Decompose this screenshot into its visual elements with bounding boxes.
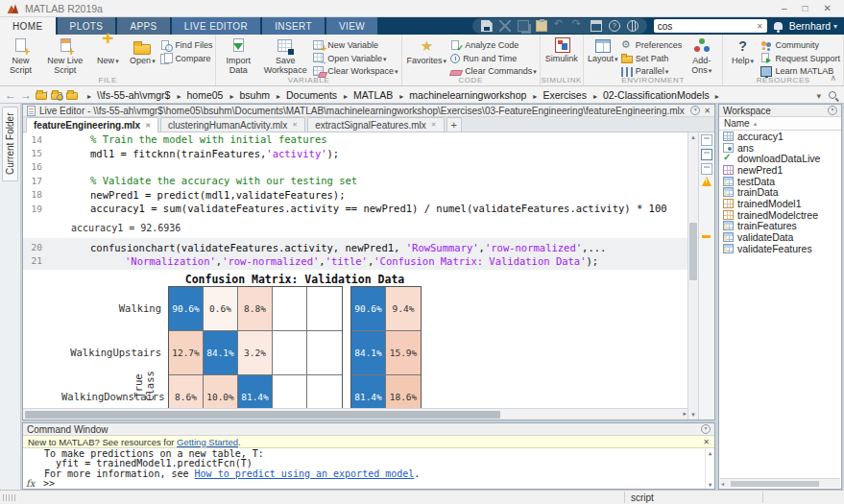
browse-for-folder-icon[interactable] [51, 92, 62, 100]
scrollbar-thumb[interactable] [689, 223, 697, 280]
scroll-down-icon[interactable] [706, 481, 714, 488]
getting-started-link[interactable]: Getting Started [177, 437, 238, 447]
user-account-menu[interactable]: Bernhard [789, 20, 837, 32]
undo-icon[interactable] [554, 20, 566, 32]
community-button[interactable]: Community [760, 39, 840, 52]
output-inline-view-icon[interactable] [701, 134, 712, 146]
add-ons-button[interactable]: Add-Ons [684, 36, 719, 76]
ribbon-tab[interactable]: APPS [117, 17, 169, 35]
ribbon-tab[interactable]: LIVE EDITOR [172, 17, 260, 35]
open-button[interactable]: Open [126, 36, 158, 67]
preferences-button[interactable]: Preferences [621, 39, 683, 52]
close-button[interactable] [824, 4, 832, 13]
close-tab-icon[interactable] [431, 121, 437, 129]
warning-icon[interactable] [702, 177, 711, 186]
scroll-right-icon[interactable] [683, 410, 687, 418]
breadcrumb-item[interactable]: Documents [271, 89, 338, 101]
set-path-button[interactable]: Set Path [621, 53, 683, 65]
cut-icon[interactable] [499, 20, 511, 32]
breadcrumb-item[interactable]: MATLAB [338, 89, 394, 101]
workspace-horizontal-scrollbar[interactable] [720, 478, 840, 488]
command-window[interactable]: To make predictions on a new table, T: y… [23, 448, 714, 489]
name-column-header[interactable]: Name [719, 117, 841, 131]
workspace-variable-row[interactable]: accuracy1 [719, 131, 841, 142]
community-icon[interactable] [627, 20, 639, 32]
panel-menu-icon[interactable] [828, 106, 837, 115]
workspace-variable-row[interactable]: ans [719, 142, 841, 154]
clear-search-icon[interactable] [757, 22, 763, 31]
ribbon-tab[interactable]: VIEW [326, 17, 377, 35]
analyze-code-button[interactable]: Analyze Code [450, 39, 537, 52]
paste-icon[interactable] [536, 20, 547, 32]
simulink-button[interactable]: Simulink [543, 36, 580, 65]
notification-bell-icon[interactable] [774, 22, 783, 30]
resize-grip-icon[interactable] [3, 494, 15, 501]
workspace-variable-row[interactable]: trainedModel1 [719, 198, 841, 209]
save-workspace-button[interactable]: Save Workspace [259, 36, 311, 76]
open-variable-button[interactable]: Open Variable [313, 53, 398, 65]
forward-button[interactable] [20, 88, 32, 102]
scroll-up-icon[interactable] [688, 134, 698, 140]
search-documentation-input[interactable] [658, 21, 754, 32]
workspace-variable-row[interactable]: testData [719, 176, 841, 187]
workspace-variable-row[interactable]: validateFeatures [719, 243, 841, 254]
save-icon[interactable] [481, 20, 493, 32]
layout-button[interactable]: Layout [587, 36, 619, 65]
code-analyzer-marker-icon[interactable] [702, 235, 711, 238]
breadcrumb-item[interactable]: machinelearningworkshop [394, 89, 527, 101]
editor-horizontal-scrollbar[interactable] [23, 408, 687, 420]
scroll-up-icon[interactable] [706, 449, 714, 456]
editor-doc-tab[interactable]: extractSignalFeatures.mlx [307, 117, 444, 132]
editor-doc-tab[interactable]: featureEngineering.mlx [26, 117, 158, 132]
back-button[interactable] [5, 88, 16, 102]
close-panel-icon[interactable] [704, 107, 711, 115]
favorites-button[interactable]: Favorites [405, 36, 449, 67]
ribbon-tab[interactable]: HOME [0, 17, 56, 35]
help-icon[interactable] [609, 20, 620, 32]
new-script-button[interactable]: New Script [3, 36, 38, 76]
new-tab-button[interactable] [446, 117, 462, 132]
breadcrumb-item[interactable]: bsuhm [224, 89, 271, 101]
close-tab-icon[interactable] [292, 121, 298, 129]
search-folder-icon[interactable] [829, 91, 836, 99]
breadcrumb-item[interactable]: home05 [171, 89, 224, 101]
new-button[interactable]: New [91, 36, 124, 67]
code-editor[interactable]: 14% Train the model with initial feature… [23, 132, 687, 408]
ribbon-tab[interactable]: INSERT [262, 17, 325, 35]
scroll-left-icon[interactable] [721, 480, 724, 487]
up-one-level-icon[interactable] [36, 92, 47, 100]
workspace-variable-row[interactable]: trainData [719, 186, 841, 198]
compare-button[interactable]: Compare [160, 53, 212, 65]
path-dropdown-icon[interactable] [816, 89, 821, 101]
output-on-right-view-icon[interactable] [701, 149, 712, 160]
maximize-button[interactable] [803, 4, 808, 13]
close-tab-icon[interactable] [145, 122, 151, 130]
command-window-scrollbar[interactable] [705, 448, 714, 489]
close-banner-icon[interactable] [703, 438, 710, 446]
new-live-script-button[interactable]: New Live Script [40, 36, 89, 76]
breadcrumb-item[interactable]: Exercises [527, 89, 588, 101]
workspace-variable-row[interactable]: trainedModelctree [719, 209, 841, 221]
find-files-button[interactable]: Find Files [160, 39, 212, 52]
import-data-button[interactable]: Import Data [219, 36, 257, 76]
workspace-variable-row[interactable]: newPred1 [719, 164, 841, 176]
panel-menu-icon[interactable] [701, 424, 711, 434]
help-button[interactable]: Help [726, 36, 759, 67]
breadcrumb-item[interactable]: 02-ClassificationModels [588, 89, 711, 101]
breadcrumb-item[interactable]: \\fs-55-ah\vmgr$ [82, 89, 171, 101]
workspace-variable-row[interactable]: validateData [719, 231, 841, 243]
redo-icon[interactable] [572, 20, 584, 32]
hide-code-view-icon[interactable] [701, 163, 712, 175]
editor-doc-tab[interactable]: clusteringHumanActivity.mlx [160, 117, 305, 132]
scrollbar-thumb[interactable] [731, 481, 819, 487]
how-to-predict-link[interactable]: How to predict using an exported model [195, 468, 415, 479]
command-prompt[interactable]: >> [43, 479, 55, 489]
run-and-time-button[interactable]: Run and Time [450, 53, 537, 65]
current-folder-collapsed-tab[interactable]: Current Folder [2, 107, 18, 181]
scroll-down-icon[interactable] [688, 412, 698, 418]
request-support-button[interactable]: Request Support [760, 53, 840, 65]
editor-vertical-scrollbar[interactable] [687, 132, 698, 420]
workspace-variable-row[interactable]: trainFeatures [719, 221, 841, 232]
new-window-icon[interactable] [591, 20, 602, 32]
workspace-variable-row[interactable]: downloadDataLive [719, 153, 841, 164]
